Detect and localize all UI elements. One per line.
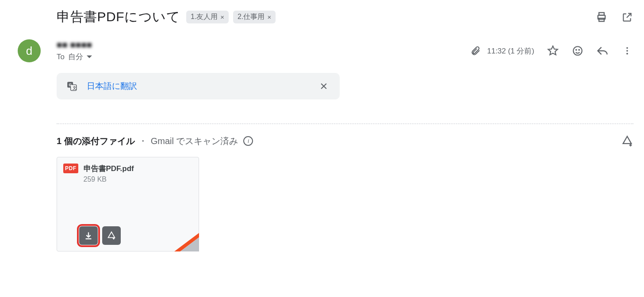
info-icon[interactable]: i xyxy=(243,136,253,146)
svg-point-6 xyxy=(626,47,628,49)
close-icon[interactable]: × xyxy=(220,13,224,21)
label-chip-work[interactable]: 2.仕事用 × xyxy=(233,11,276,23)
label-chips: 1.友人用 × 2.仕事用 × xyxy=(186,11,276,23)
email-subject: 申告書PDFについて xyxy=(57,8,180,26)
download-button[interactable] xyxy=(79,226,98,245)
add-all-to-drive-icon[interactable] xyxy=(621,135,633,147)
recipient-row[interactable]: To 自分 xyxy=(57,52,92,62)
download-icon xyxy=(84,231,93,240)
svg-point-5 xyxy=(579,50,579,50)
close-icon[interactable]: × xyxy=(267,13,271,21)
attachment-file-meta: PDF 申告書PDF.pdf 259 KB xyxy=(57,157,199,183)
avatar[interactable]: d xyxy=(18,39,41,62)
pdf-badge-icon: PDF xyxy=(63,164,78,173)
attachment-card[interactable]: PDF 申告書PDF.pdf 259 KB xyxy=(57,157,199,251)
scanned-label: Gmail でスキャン済み xyxy=(151,135,238,147)
svg-text:文: 文 xyxy=(72,86,77,90)
close-icon[interactable] xyxy=(318,80,330,92)
bullet: ・ xyxy=(138,135,147,147)
sender-info: ■■ ■■■■ To 自分 xyxy=(57,40,92,62)
attachment-actions xyxy=(79,226,121,245)
chevron-down-icon[interactable] xyxy=(87,54,92,60)
attachment-file-name: 申告書PDF.pdf xyxy=(84,164,134,174)
svg-point-3 xyxy=(573,46,582,55)
attachment-icon xyxy=(470,46,481,56)
attachments-header: 1 個の添付ファイル ・ Gmail でスキャン済み i xyxy=(57,135,633,147)
sender-name[interactable]: ■■ ■■■■ xyxy=(57,40,92,50)
translate-bar: G 文 日本語に翻訳 xyxy=(57,73,340,99)
label-chip-text: 2.仕事用 xyxy=(238,12,264,22)
more-icon[interactable] xyxy=(621,45,633,57)
translate-icon: G 文 xyxy=(66,80,78,92)
attachments-count: 1 個の添付ファイル xyxy=(57,135,135,147)
emoji-icon[interactable] xyxy=(571,45,584,57)
message-meta: 11:32 (1 分前) xyxy=(470,45,633,57)
recipient-prefix: To xyxy=(57,53,65,61)
timestamp: 11:32 (1 分前) xyxy=(487,46,534,56)
translate-link[interactable]: 日本語に翻訳 xyxy=(87,80,137,92)
save-to-drive-button[interactable] xyxy=(102,226,121,245)
open-in-new-icon[interactable] xyxy=(621,11,633,23)
subject-actions xyxy=(595,11,633,23)
svg-rect-2 xyxy=(599,18,604,21)
label-chip-text: 1.友人用 xyxy=(191,12,218,22)
print-icon[interactable] xyxy=(595,11,608,23)
reply-icon[interactable] xyxy=(596,45,609,57)
svg-point-7 xyxy=(626,50,628,52)
fold-corner-icon xyxy=(174,233,199,251)
star-icon[interactable] xyxy=(547,45,559,57)
attachment-file-size: 259 KB xyxy=(84,175,134,183)
recipient-name: 自分 xyxy=(68,52,83,62)
svg-text:G: G xyxy=(69,83,72,87)
attachments-divider xyxy=(57,123,633,124)
label-chip-friends[interactable]: 1.友人用 × xyxy=(186,11,229,23)
time-group: 11:32 (1 分前) xyxy=(470,46,534,56)
drive-add-icon xyxy=(107,231,116,240)
sender-block: d ■■ ■■■■ To 自分 11:32 (1 分前) xyxy=(0,26,644,62)
svg-point-4 xyxy=(576,50,577,50)
svg-point-8 xyxy=(626,53,628,55)
subject-row: 申告書PDFについて 1.友人用 × 2.仕事用 × xyxy=(0,0,644,26)
